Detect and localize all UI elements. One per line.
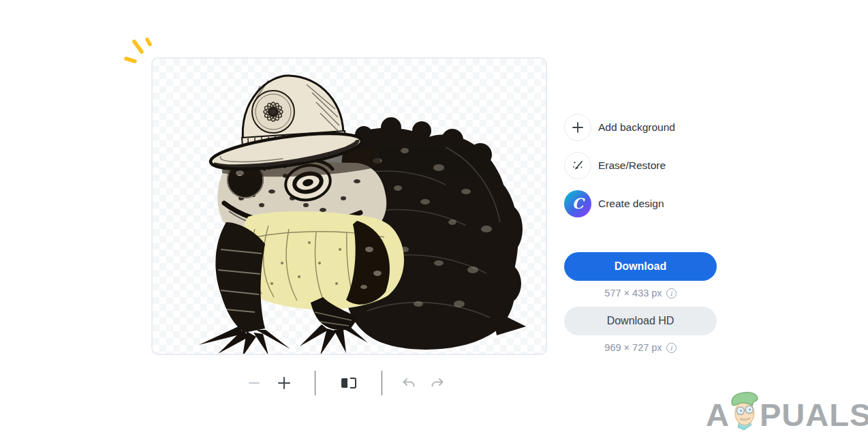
appuals-watermark: A PUALS xyxy=(706,388,868,429)
toolbar-divider xyxy=(315,371,315,395)
download-button[interactable]: Download xyxy=(564,252,717,281)
undo-icon xyxy=(401,376,417,391)
frog-illustration xyxy=(153,59,547,355)
info-icon[interactable]: i xyxy=(666,343,677,353)
appuals-mascot-icon xyxy=(726,388,762,431)
download-hd-size-row: 969 × 727 px i xyxy=(564,342,717,353)
toolbar-divider xyxy=(382,371,382,395)
sparkle-decoration-icon xyxy=(117,33,155,68)
add-background-button[interactable]: Add background xyxy=(564,114,675,141)
action-rail: Add background Erase/Restore C Create de… xyxy=(564,114,675,217)
download-size-label: 577 × 433 px xyxy=(604,288,662,299)
bg-remover-page: Add background Erase/Restore C Create de… xyxy=(0,0,868,443)
image-canvas[interactable] xyxy=(151,57,547,355)
zoom-out-icon xyxy=(247,376,261,390)
zoom-out-button[interactable] xyxy=(245,373,264,393)
redo-button[interactable] xyxy=(428,373,447,393)
download-size-row: 577 × 433 px i xyxy=(564,288,717,299)
zoom-in-button[interactable] xyxy=(275,373,294,393)
undo-button[interactable] xyxy=(399,373,418,393)
compare-icon xyxy=(341,376,357,391)
download-hd-size-label: 969 × 727 px xyxy=(604,342,662,353)
info-icon[interactable]: i xyxy=(666,288,677,299)
zoom-in-icon xyxy=(277,376,292,391)
add-background-label: Add background xyxy=(598,121,675,134)
plus-icon xyxy=(564,114,591,141)
compare-button[interactable] xyxy=(339,373,358,393)
redo-icon xyxy=(429,376,446,391)
watermark-suffix: PUALS xyxy=(760,400,868,429)
create-design-label: Create design xyxy=(598,198,664,210)
canvas-toolbar xyxy=(0,373,698,394)
download-hd-button[interactable]: Download HD xyxy=(564,307,717,335)
canva-logo-icon: C xyxy=(564,190,591,217)
canva-letter: C xyxy=(572,196,584,211)
erase-restore-label: Erase/Restore xyxy=(598,159,666,172)
create-design-button[interactable]: C Create design xyxy=(564,190,675,217)
erase-restore-button[interactable]: Erase/Restore xyxy=(564,152,675,179)
magic-brush-icon xyxy=(564,152,591,179)
